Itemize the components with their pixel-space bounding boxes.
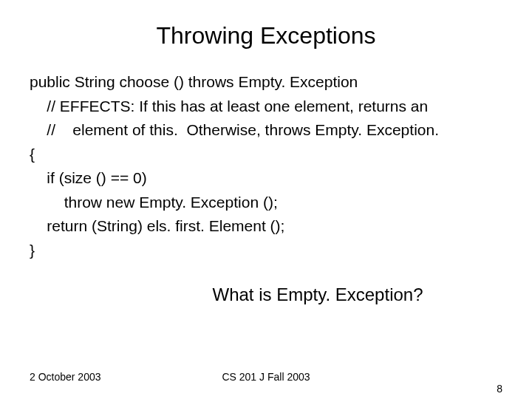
code-line: { <box>30 146 35 163</box>
code-line: throw new Empty. Exception (); <box>30 194 278 211</box>
footer-date: 2 October 2003 <box>30 371 101 383</box>
footer: 2 October 2003 CS 201 J Fall 2003 8 <box>0 371 532 383</box>
code-line: return (String) els. first. Element (); <box>30 217 284 234</box>
code-line: // element of this. Otherwise, throws Em… <box>30 121 439 138</box>
slide: Throwing Exceptions public String choose… <box>0 0 532 399</box>
slide-title: Throwing Exceptions <box>30 22 502 50</box>
question-text: What is Empty. Exception? <box>30 284 502 305</box>
code-line: public String choose () throws Empty. Ex… <box>30 73 358 90</box>
code-block: public String choose () throws Empty. Ex… <box>30 70 502 262</box>
code-line: // EFFECTS: If this has at least one ele… <box>30 98 428 115</box>
code-line: } <box>30 242 35 259</box>
footer-page: 8 <box>497 383 502 395</box>
code-line: if (size () == 0) <box>30 169 147 186</box>
